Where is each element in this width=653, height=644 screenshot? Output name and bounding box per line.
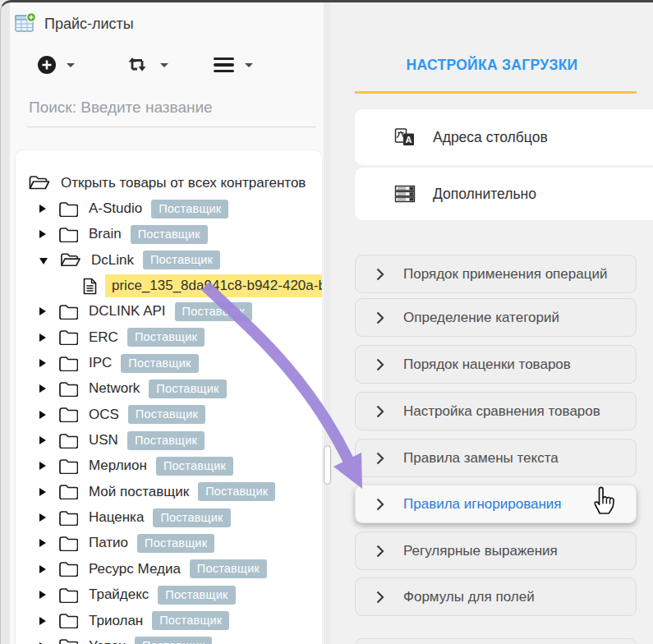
accordion-item[interactable]: Порядок применения операций [355,255,637,293]
tree-row-supplier[interactable]: УспехПоставщик [16,633,322,644]
expand-caret-icon[interactable] [39,436,46,444]
supplier-badge: Поставщик [149,380,226,398]
folder-icon [58,227,78,242]
nav-card-column-addresses[interactable]: AАдреса столбцов [355,109,653,165]
accordion-item[interactable]: Определение категорий [355,298,637,337]
tree-row-supplier[interactable]: ТриоланПоставщик [16,608,322,633]
folder-icon [58,201,78,217]
chevron-down-icon [160,63,168,67]
chevron-right-icon [376,268,384,281]
supplier-badge: Поставщик [151,200,228,218]
tree-row-supplier[interactable]: DcLinkПоставщик [16,247,322,273]
expand-caret-icon[interactable] [39,411,46,419]
add-button[interactable] [38,56,75,74]
folder-icon [58,433,78,448]
folder-icon [58,458,78,474]
expand-caret-icon[interactable] [39,617,46,625]
expand-caret-icon[interactable] [39,334,46,342]
folder-icon [58,510,78,526]
folder-icon [58,561,78,577]
suppliers-tree: Открыть товары от всех контрагентов A-St… [15,150,323,644]
accordion-item[interactable]: Формулы для полей [355,577,637,616]
supplier-badge: Поставщик [190,559,267,578]
accordion-item[interactable]: Порядок наценки товаров [355,345,637,384]
expand-caret-icon[interactable] [39,488,46,496]
tree-root-row[interactable]: Открыть товары от всех контрагентов [16,170,322,196]
tree-row-supplier[interactable]: USNПоставщик [16,427,322,453]
tree-row-supplier[interactable]: Мой поставщикПоставщик [16,479,322,504]
folder-icon [58,329,78,345]
chevron-right-icon [376,498,384,511]
svg-text:A: A [406,135,412,145]
accordion-item[interactable]: Правила игнорирования [355,485,637,523]
translate-icon: A [394,126,416,148]
supplier-badge: Поставщик [127,431,205,450]
expand-caret-icon[interactable] [39,205,46,213]
tree-row-supplier[interactable]: ПатиоПоставщик [16,531,322,556]
accordion-item[interactable]: Правила замены текста [355,439,637,477]
supplier-badge: Поставщик [198,482,275,501]
accordion-item[interactable]: Регулярные выражения [355,531,637,570]
scrollbar-track[interactable] [324,2,331,644]
supplier-badge: Поставщик [135,637,212,644]
chevron-right-icon [376,358,384,371]
folder-icon [58,381,78,397]
accordion-item[interactable]: Настройка сравнения товаров [355,392,637,430]
expand-caret-icon[interactable] [39,591,46,599]
rows-icon [394,183,416,205]
chevron-right-icon [376,452,384,465]
expand-caret-icon[interactable] [39,462,46,470]
open-folder-icon [28,175,50,191]
hamburger-icon [214,58,234,72]
file-icon [83,278,97,295]
price-lists-window: Прайс-листы Открыть товары от вс [0,0,653,644]
expand-caret-icon[interactable] [39,307,46,315]
folder-icon [58,304,78,320]
tree-row-supplier[interactable]: IPCПоставщик [16,350,322,375]
chevron-down-icon [245,63,253,67]
tree-row-supplier[interactable]: NetworkПоставщик [16,376,322,402]
expand-caret-icon[interactable] [39,539,46,547]
folder-icon [58,587,78,603]
supplier-badge: Поставщик [121,354,198,373]
expand-caret-icon[interactable] [39,359,46,367]
tree-row-supplier[interactable]: DCLINK APIПоставщик [16,299,322,324]
header-underline [355,91,637,94]
tree-row-supplier[interactable]: МерлионПоставщик [16,453,322,479]
folder-icon [58,638,78,644]
chevron-right-icon [376,405,384,418]
open-folder-icon [60,252,80,268]
supplier-badge: Поставщик [127,328,205,347]
tree-row-supplier[interactable]: Ресурс МедиаПоставщик [16,556,322,582]
supplier-badge: Поставщик [175,302,252,321]
collapse-caret-icon[interactable] [39,258,48,264]
supplier-badge: Поставщик [137,534,214,553]
folder-icon [58,536,78,551]
tree-row-supplier[interactable]: OCSПоставщик [16,402,322,427]
scrollbar-thumb[interactable] [324,445,331,485]
tree-row-supplier[interactable]: ERCПоставщик [16,324,322,350]
price-list-app-icon [15,12,36,34]
refresh-button[interactable] [125,54,168,76]
left-panel: Прайс-листы Открыть товары от вс [10,2,324,644]
supplier-badge: Поставщик [158,586,235,605]
nav-card-additional[interactable]: Дополнительно [355,168,653,220]
expand-caret-icon[interactable] [39,230,46,238]
chevron-right-icon [376,591,384,604]
search-input[interactable] [27,88,316,127]
accordion-item-partial[interactable] [355,638,637,644]
highlighted-price-file-label: price_135_8da941c8-b942-420a-b5 [105,274,322,297]
tree-row-supplier[interactable]: A-StudioПоставщик [16,196,322,221]
supplier-badge: Поставщик [156,457,233,476]
expand-caret-icon[interactable] [39,384,46,393]
plus-circle-icon [38,56,56,74]
tree-row-supplier[interactable]: НаценкаПоставщик [16,504,322,530]
tree-row-supplier[interactable]: ТрайдексПоставщик [16,582,322,608]
tree-row-price-file[interactable]: price_135_8da941c8-b942-420a-b5 [16,273,322,298]
tree-row-supplier[interactable]: BrainПоставщик [16,222,322,247]
expand-caret-icon[interactable] [39,513,46,522]
expand-caret-icon[interactable] [39,565,46,573]
menu-button[interactable] [214,58,253,72]
chevron-right-icon [376,545,384,558]
supplier-badge: Поставщик [143,251,220,269]
